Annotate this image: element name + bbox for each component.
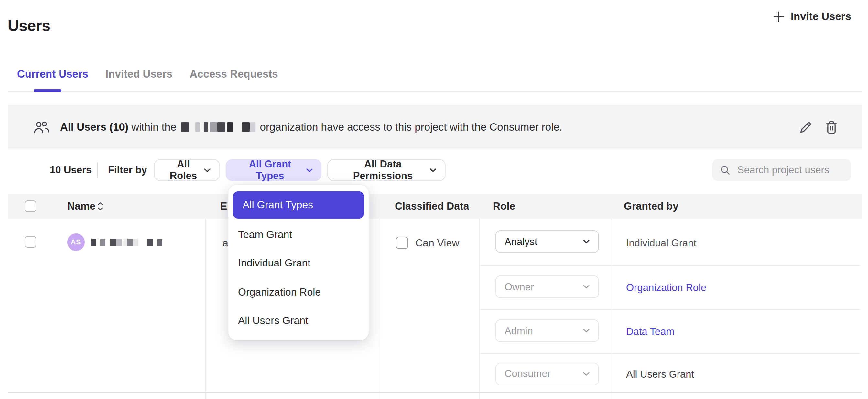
all-roles-filter[interactable]: All Roles: [154, 159, 220, 181]
redacted-user-name: [91, 238, 162, 245]
column-header-role: Role: [493, 194, 515, 219]
active-tab-indicator: [33, 89, 61, 92]
can-view-label: Can View: [415, 237, 459, 249]
page-title: Users: [8, 17, 50, 35]
menu-item-individual-grant[interactable]: Individual Grant: [238, 257, 310, 269]
delete-trash-icon[interactable]: [825, 120, 838, 134]
role-select-analyst[interactable]: Analyst: [495, 230, 599, 253]
people-icon: [33, 121, 50, 133]
all-data-permissions-label: All Data Permissions: [336, 158, 430, 182]
banner-text-before: within the: [131, 121, 176, 133]
granted-by-organization-role-link[interactable]: Organization Role: [626, 281, 706, 293]
banner-actions: [798, 120, 838, 134]
users-page: Users Invite Users Current Users Invited…: [0, 0, 868, 399]
role-value: Consumer: [504, 368, 551, 379]
chevron-down-icon: [583, 371, 590, 376]
filter-separator: [97, 162, 98, 178]
chevron-down-icon: [306, 168, 313, 172]
column-header-granted-by: Granted by: [624, 194, 679, 219]
tab-current-users[interactable]: Current Users: [17, 67, 88, 80]
user-email: a: [222, 237, 228, 249]
can-view-checkbox[interactable]: [396, 236, 408, 249]
menu-item-team-grant[interactable]: Team Grant: [238, 228, 292, 241]
role-select-consumer[interactable]: Consumer: [495, 363, 599, 385]
menu-item-all-users-grant[interactable]: All Users Grant: [238, 314, 308, 326]
all-grant-types-label: All Grant Types: [234, 158, 306, 182]
chevron-down-icon: [583, 284, 590, 289]
column-header-name: Name: [67, 194, 95, 219]
filter-by-label: Filter by: [108, 159, 147, 181]
granted-by-individual-grant: Individual Grant: [626, 237, 696, 249]
all-roles-label: All Roles: [163, 158, 204, 182]
edit-pencil-icon[interactable]: [798, 120, 812, 134]
tab-invited-users[interactable]: Invited Users: [105, 67, 173, 80]
avatar: AS: [67, 234, 84, 251]
menu-item-all-grant-types[interactable]: All Grant Types: [233, 191, 364, 219]
banner-bold-text: All Users (10): [60, 121, 128, 133]
chevron-down-icon: [583, 329, 590, 333]
banner-text-after: organization have access to this project…: [260, 121, 563, 133]
user-row-divider: [8, 392, 862, 393]
tab-bar-divider: [8, 91, 862, 92]
plus-icon: [773, 11, 785, 22]
column-divider: [205, 219, 206, 399]
role-select-admin[interactable]: Admin: [495, 319, 599, 342]
role-value: Admin: [504, 325, 533, 337]
column-divider: [379, 219, 380, 399]
table-header: Name Email Classified Data Role Granted …: [8, 194, 862, 219]
search-icon: [720, 165, 730, 175]
chevron-down-icon: [430, 168, 437, 172]
tab-bar: Current Users Invited Users Access Reque…: [17, 67, 278, 80]
chevron-down-icon: [583, 239, 590, 244]
select-all-checkbox[interactable]: [25, 201, 36, 212]
users-count: 10 Users: [50, 159, 92, 181]
role-value: Analyst: [504, 236, 537, 247]
row-checkbox[interactable]: [25, 236, 36, 248]
banner-text: All Users (10) within the organization h…: [60, 121, 562, 133]
invite-users-label: Invite Users: [791, 10, 851, 23]
role-select-owner[interactable]: Owner: [495, 275, 599, 298]
granted-by-data-team-link[interactable]: Data Team: [626, 325, 674, 337]
chevron-down-icon: [204, 168, 211, 172]
invite-users-button[interactable]: Invite Users: [773, 10, 851, 23]
granted-by-all-users-grant: All Users Grant: [626, 368, 694, 380]
grant-row-divider: [479, 265, 860, 266]
search-input[interactable]: [736, 163, 848, 177]
role-value: Owner: [504, 281, 534, 293]
redacted-org-name: [181, 122, 255, 132]
all-grant-types-filter[interactable]: All Grant Types: [226, 159, 321, 181]
all-users-banner: All Users (10) within the organization h…: [8, 105, 862, 149]
all-data-permissions-filter[interactable]: All Data Permissions: [327, 159, 446, 181]
grant-types-dropdown-menu: All Grant Types Team Grant Individual Gr…: [228, 185, 369, 340]
sort-icon[interactable]: [97, 201, 103, 212]
column-header-classified-data: Classified Data: [395, 194, 469, 219]
search-box[interactable]: [712, 159, 851, 181]
menu-item-organization-role[interactable]: Organization Role: [238, 285, 321, 298]
tab-access-requests[interactable]: Access Requests: [189, 67, 278, 80]
grant-row-divider: [479, 309, 860, 309]
grant-row-divider: [479, 353, 860, 354]
